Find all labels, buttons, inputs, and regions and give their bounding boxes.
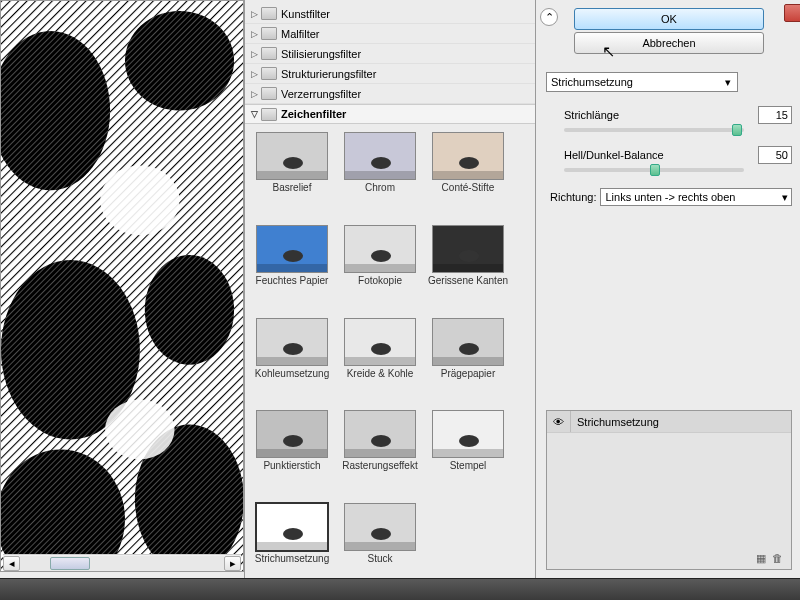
svg-point-35: [459, 435, 479, 447]
category-tree: ▷Kunstfilter ▷Malfilter ▷Stilisierungsfi…: [245, 0, 535, 124]
svg-point-31: [283, 435, 303, 447]
filter-thumb-kohleumsetzung[interactable]: Kohleumsetzung: [249, 318, 335, 407]
svg-point-15: [371, 157, 391, 169]
svg-point-29: [459, 343, 479, 355]
status-bar: [0, 578, 800, 600]
param-balance: Hell/Dunkel-Balance: [546, 146, 792, 164]
svg-point-27: [371, 343, 391, 355]
scroll-thumb[interactable]: [50, 557, 90, 570]
category-stilisierungsfilter[interactable]: ▷Stilisierungsfilter: [245, 44, 535, 64]
chevron-down-icon: ▾: [721, 76, 735, 89]
strichlaenge-slider[interactable]: [564, 128, 744, 132]
delete-effect-layer-icon[interactable]: 🗑: [772, 552, 783, 565]
scroll-left-button[interactable]: ◂: [3, 556, 20, 571]
richtung-dropdown[interactable]: Links unten -> rechts oben ▾: [600, 188, 792, 206]
svg-point-8: [145, 255, 234, 365]
svg-point-39: [371, 528, 391, 540]
filter-thumb-fotokopie[interactable]: Fotokopie: [337, 225, 423, 314]
filter-thumb-feuchtes-papier[interactable]: Feuchtes Papier: [249, 225, 335, 314]
svg-point-25: [283, 343, 303, 355]
category-malfilter[interactable]: ▷Malfilter: [245, 24, 535, 44]
filter-thumb-chrom[interactable]: Chrom: [337, 132, 423, 221]
svg-point-12: [105, 400, 174, 460]
svg-rect-32: [257, 449, 328, 458]
balance-input[interactable]: [758, 146, 792, 164]
param-label: Strichlänge: [564, 109, 619, 121]
cancel-button[interactable]: Abbrechen: [574, 32, 764, 54]
filter-gallery-dialog: x: [0, 0, 800, 600]
new-effect-layer-icon[interactable]: ▦: [756, 552, 766, 565]
collapse-categories-button[interactable]: ⌃: [540, 8, 558, 26]
svg-rect-14: [257, 171, 328, 180]
visibility-eye-icon[interactable]: 👁: [547, 411, 571, 432]
svg-rect-28: [345, 357, 416, 366]
svg-point-6: [125, 11, 234, 111]
filter-thumb-stempel[interactable]: Stempel: [425, 410, 511, 499]
scroll-right-button[interactable]: ▸: [224, 556, 241, 571]
balance-slider[interactable]: [564, 168, 744, 172]
param-strichlaenge: Strichlänge: [546, 106, 792, 124]
svg-rect-18: [433, 171, 504, 180]
svg-point-37: [283, 528, 303, 540]
svg-rect-22: [345, 264, 416, 273]
svg-rect-36: [433, 449, 504, 458]
filter-thumb-gerissene-kanten[interactable]: Gerissene Kanten: [425, 225, 511, 314]
preview-pane: ◂ ▸: [0, 0, 244, 572]
effect-layers-panel: 👁 Strichumsetzung ▦ 🗑: [546, 410, 792, 570]
param-richtung: Richtung: Links unten -> rechts oben ▾: [546, 188, 792, 206]
filter-thumb-punktierstich[interactable]: Punktierstich: [249, 410, 335, 499]
current-filter-dropdown[interactable]: Strichumsetzung ▾: [546, 72, 738, 92]
filter-thumb-cont-stifte[interactable]: Conté-Stifte: [425, 132, 511, 221]
svg-point-19: [283, 250, 303, 262]
strichlaenge-input[interactable]: [758, 106, 792, 124]
svg-point-23: [459, 250, 479, 262]
svg-point-13: [283, 157, 303, 169]
chevron-down-icon: ▾: [782, 191, 788, 204]
svg-rect-38: [257, 542, 328, 551]
effect-layer-row[interactable]: 👁 Strichumsetzung: [547, 411, 791, 433]
svg-point-17: [459, 157, 479, 169]
filter-thumb-basrelief[interactable]: Basrelief: [249, 132, 335, 221]
svg-rect-34: [345, 449, 416, 458]
preview-scrollbar-horizontal[interactable]: ◂ ▸: [3, 554, 241, 571]
filter-thumb-kreide-kohle[interactable]: Kreide & Kohle: [337, 318, 423, 407]
preview-image[interactable]: [1, 1, 243, 571]
param-label: Richtung:: [550, 191, 596, 203]
svg-point-33: [371, 435, 391, 447]
svg-rect-16: [345, 171, 416, 180]
svg-rect-20: [257, 264, 328, 273]
svg-point-21: [371, 250, 391, 262]
category-kunstfilter[interactable]: ▷Kunstfilter: [245, 4, 535, 24]
effect-layer-name: Strichumsetzung: [571, 416, 659, 428]
svg-rect-30: [433, 357, 504, 366]
category-verzerrungsfilter[interactable]: ▷Verzerrungsfilter: [245, 84, 535, 104]
ok-button[interactable]: OK: [574, 8, 764, 30]
filter-category-panel: ▷Kunstfilter ▷Malfilter ▷Stilisierungsfi…: [244, 0, 536, 600]
filter-thumb-pr-gepapier[interactable]: Prägepapier: [425, 318, 511, 407]
category-zeichenfilter[interactable]: ▽Zeichenfilter: [245, 104, 535, 124]
svg-rect-24: [433, 264, 504, 273]
filter-thumbnails: BasreliefChromConté-StifteFeuchtes Papie…: [245, 124, 535, 600]
settings-panel: ⌃ OK Abbrechen Strichumsetzung ▾ Strichl…: [536, 0, 800, 600]
svg-rect-26: [257, 357, 328, 366]
param-label: Hell/Dunkel-Balance: [564, 149, 664, 161]
svg-rect-40: [345, 542, 416, 551]
category-strukturierungsfilter[interactable]: ▷Strukturierungsfilter: [245, 64, 535, 84]
svg-point-11: [100, 165, 179, 235]
filter-thumb-rasterungseffekt[interactable]: Rasterungseffekt: [337, 410, 423, 499]
